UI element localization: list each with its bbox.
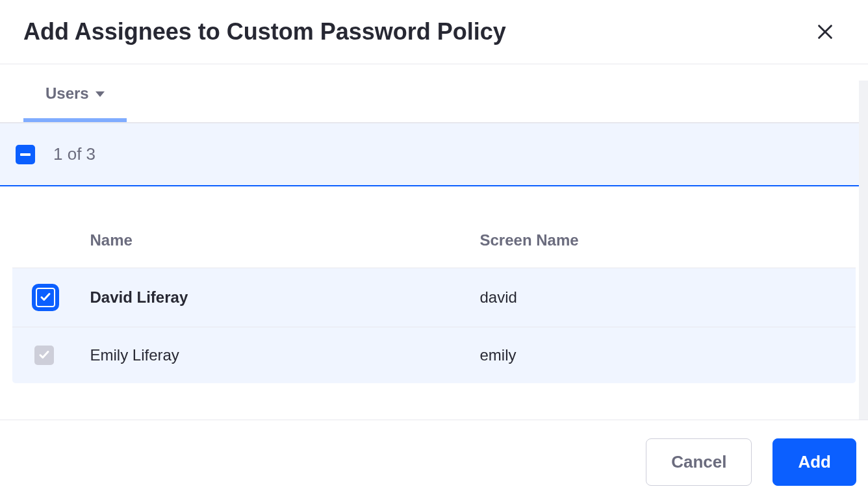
table-row[interactable]: David Liferay david: [12, 268, 856, 327]
row-checkbox: [34, 346, 54, 365]
modal-title: Add Assignees to Custom Password Policy: [23, 18, 506, 45]
close-icon: [816, 23, 834, 41]
row-checkbox[interactable]: [34, 286, 57, 309]
table-header-name: Name: [75, 213, 465, 268]
check-icon: [40, 288, 51, 307]
tabs-bar: Users: [0, 64, 868, 123]
row-screen-name: emily: [465, 327, 856, 384]
table-wrap: Name Screen Name David Liferay david: [0, 186, 868, 384]
selection-summary-bar: 1 of 3: [0, 123, 868, 186]
svg-marker-2: [96, 91, 105, 96]
table-header-checkbox: [12, 213, 75, 268]
cancel-button[interactable]: Cancel: [646, 438, 752, 486]
select-all-checkbox[interactable]: [16, 145, 35, 164]
modal-body: Users 1 of 3 Name Screen Name: [0, 64, 868, 384]
modal-footer: Cancel Add: [0, 420, 868, 504]
check-icon: [38, 346, 50, 364]
modal-header: Add Assignees to Custom Password Policy: [0, 0, 868, 64]
table-row[interactable]: Emily Liferay emily: [12, 327, 856, 384]
chevron-down-icon: [96, 84, 105, 103]
tab-users-label: Users: [45, 84, 89, 103]
row-name: David Liferay: [75, 268, 465, 327]
table-header-row: Name Screen Name: [12, 213, 856, 268]
row-screen-name: david: [465, 268, 856, 327]
selection-count: 1 of 3: [53, 144, 96, 164]
table-header-screen-name: Screen Name: [465, 213, 856, 268]
add-button[interactable]: Add: [772, 438, 856, 486]
row-name: Emily Liferay: [75, 327, 465, 384]
vertical-scrollbar[interactable]: [859, 81, 868, 420]
close-button[interactable]: [813, 20, 837, 44]
assignees-table: Name Screen Name David Liferay david: [12, 212, 856, 384]
tab-users[interactable]: Users: [23, 64, 127, 122]
checkbox-indeterminate-icon: [20, 153, 31, 156]
